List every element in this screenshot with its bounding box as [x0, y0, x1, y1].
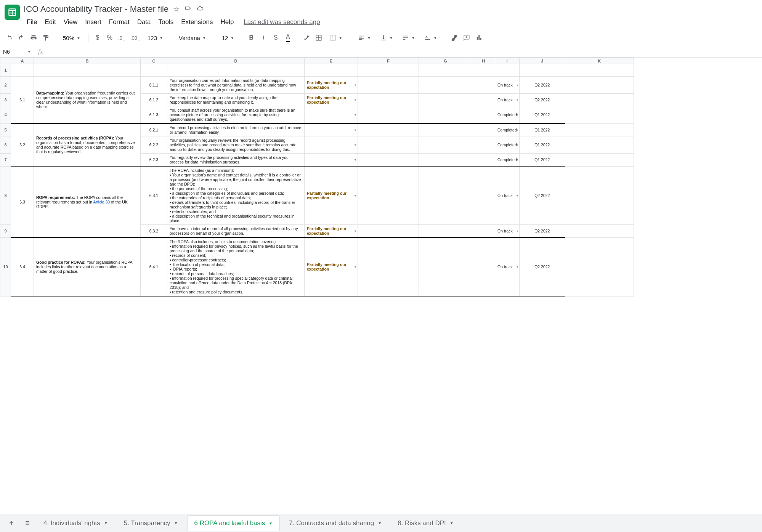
header-cell-G[interactable]: Actions — [419, 64, 472, 77]
cell-actions[interactable] — [419, 123, 472, 136]
cell-action-owner[interactable] — [472, 237, 495, 296]
cell-reasons[interactable] — [358, 77, 419, 94]
cell-reasons[interactable] — [358, 123, 419, 136]
cell-empty-k[interactable] — [565, 123, 634, 136]
cell-action-status[interactable]: On track — [495, 237, 520, 296]
row-header-8[interactable]: 8 — [0, 166, 11, 225]
cell-status[interactable]: Partially meeting our expectation — [305, 94, 358, 106]
cell-status[interactable]: Partially meeting our expectation — [305, 166, 358, 225]
header-cell-D[interactable]: Ways to meet our expectations — [167, 64, 305, 77]
cell-reasons[interactable] — [358, 136, 419, 154]
cell-action-owner[interactable] — [472, 77, 495, 94]
cell-expectation[interactable]: Data-mapping: Your organisation frequent… — [34, 77, 141, 124]
name-box[interactable]: N6 ▼ — [0, 46, 34, 57]
fill-color-button[interactable] — [301, 32, 312, 43]
cell-action-owner[interactable] — [472, 123, 495, 136]
cell-actions[interactable] — [419, 94, 472, 106]
col-header-F[interactable]: F — [358, 58, 419, 64]
col-header-K[interactable]: K — [565, 58, 634, 64]
cell-due-date[interactable]: Q1 2022 — [519, 154, 565, 167]
header-cell-J[interactable]: Due Date (DD/MM/YYYY) — [519, 64, 565, 77]
text-color-button[interactable]: A — [282, 32, 293, 43]
paint-format-button[interactable] — [40, 32, 51, 43]
horizontal-align-button[interactable]: ▼ — [354, 32, 375, 43]
cell-expectation[interactable]: Records of processing activities (ROPA):… — [34, 123, 141, 166]
article-30-link[interactable]: Article 30 — [93, 200, 111, 204]
cell-status[interactable]: Fully meeting our expectation — [305, 154, 358, 167]
sheets-app-icon[interactable] — [5, 5, 20, 20]
cell-number[interactable]: 6.3 — [11, 166, 34, 237]
row-header-3[interactable]: 3 — [0, 94, 11, 106]
cell-action-status[interactable]: Completed — [495, 106, 520, 124]
font-select[interactable]: Verdana▼ — [175, 32, 210, 43]
cell-due-date[interactable]: Q2 2022 — [519, 166, 565, 225]
menu-file[interactable]: File — [24, 17, 40, 27]
zoom-select[interactable]: 50%▼ — [59, 32, 84, 43]
decrease-decimal-button[interactable]: .0← — [117, 32, 127, 43]
cell-status[interactable]: Partially meeting our expectation — [305, 77, 358, 94]
cell-actions[interactable] — [419, 154, 472, 167]
cell-empty-k[interactable] — [565, 94, 634, 106]
increase-decimal-button[interactable]: .00→ — [129, 32, 142, 43]
cell-reasons[interactable] — [358, 237, 419, 296]
last-edit-link[interactable]: Last edit was seconds ago — [244, 18, 320, 26]
cell-way[interactable]: You consult staff across your organisati… — [167, 106, 305, 124]
cell-reference[interactable]: 6.2.2 — [141, 136, 167, 154]
col-header-B[interactable]: B — [34, 58, 141, 64]
cell-way[interactable]: The ROPA also includes, or links to docu… — [167, 237, 305, 296]
col-header-H[interactable]: H — [472, 58, 495, 64]
cell-empty-k[interactable] — [565, 237, 634, 296]
cell-reasons[interactable] — [358, 225, 419, 238]
cell-way[interactable]: Your organisation regularly reviews the … — [167, 136, 305, 154]
cell-actions[interactable] — [419, 77, 472, 94]
row-header-5[interactable]: 5 — [0, 123, 11, 136]
cell-way[interactable]: You have an internal record of all proce… — [167, 225, 305, 238]
cell-status[interactable]: Fully meeting our expectation — [305, 106, 358, 124]
row-header-7[interactable]: 7 — [0, 154, 11, 167]
row-header-1[interactable]: 1 — [0, 64, 11, 77]
star-icon[interactable]: ☆ — [173, 5, 179, 14]
header-cell-A[interactable]: Number — [11, 64, 34, 77]
col-header-J[interactable]: J — [519, 58, 565, 64]
vertical-align-button[interactable]: ▼ — [376, 32, 397, 43]
move-icon[interactable] — [184, 5, 191, 14]
currency-button[interactable]: $ — [92, 32, 103, 43]
font-size-select[interactable]: 12▼ — [218, 32, 238, 43]
cell-reasons[interactable] — [358, 94, 419, 106]
header-cell-I[interactable]: Action Status — [495, 64, 520, 77]
cell-empty-k[interactable] — [565, 166, 634, 225]
cell-status[interactable]: Partially meeting our expectation — [305, 225, 358, 238]
cell-reference[interactable]: 6.1.1 — [141, 77, 167, 94]
row-header-9[interactable]: 9 — [0, 225, 11, 238]
menu-format[interactable]: Format — [106, 17, 133, 27]
spreadsheet-grid[interactable]: ABCDEFGHIJK1NumberOur expectationsRefere… — [0, 58, 762, 513]
menu-extensions[interactable]: Extensions — [178, 17, 216, 27]
menu-edit[interactable]: Edit — [42, 17, 59, 27]
cell-expectation[interactable]: ROPA requirements: The ROPA contains all… — [34, 166, 141, 237]
cell-reasons[interactable] — [358, 166, 419, 225]
print-button[interactable] — [28, 32, 39, 43]
undo-button[interactable] — [4, 32, 14, 43]
text-rotation-button[interactable]: ▼ — [420, 32, 441, 43]
cell-status[interactable]: Partially meeting our expectation — [305, 237, 358, 296]
cell-action-status[interactable]: Completed — [495, 123, 520, 136]
cell-reference[interactable]: 6.2.1 — [141, 123, 167, 136]
insert-comment-button[interactable] — [461, 32, 472, 43]
document-title[interactable]: ICO Accountability Tracker - Master file — [24, 4, 168, 14]
col-header-E[interactable]: E — [305, 58, 358, 64]
cell-status[interactable]: Fully meeting our expectation — [305, 136, 358, 154]
strikethrough-button[interactable]: S — [270, 32, 281, 43]
menu-insert[interactable]: Insert — [82, 17, 104, 27]
cell-status[interactable]: Fully meeting our expectation — [305, 123, 358, 136]
col-header-C[interactable]: C — [141, 58, 167, 64]
cell-action-status[interactable]: On track — [495, 225, 520, 238]
header-cell-H[interactable]: Action owner — [472, 64, 495, 77]
cell-action-status[interactable]: On track — [495, 166, 520, 225]
cell-actions[interactable] — [419, 106, 472, 124]
cell-reference[interactable]: 6.3.2 — [141, 225, 167, 238]
col-header-G[interactable]: G — [419, 58, 472, 64]
cell-actions[interactable] — [419, 237, 472, 296]
row-header-4[interactable]: 4 — [0, 106, 11, 124]
number-format-select[interactable]: 123▼ — [144, 32, 167, 43]
cell-actions[interactable] — [419, 136, 472, 154]
